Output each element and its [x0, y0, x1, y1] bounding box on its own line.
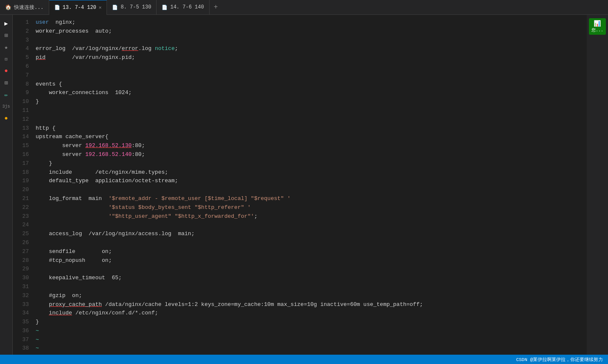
- code-line-12: [36, 115, 587, 124]
- code-line-32: #gzip on;: [36, 292, 587, 300]
- tab-active[interactable]: 📄 13. 7-4 120 ✕: [49, 0, 107, 15]
- code-line-23: '"$http_user_agent" "$http_x_forwarded_f…: [36, 212, 587, 221]
- code-line-13: http {: [36, 124, 587, 133]
- right-panel-button[interactable]: 📊 您...: [589, 18, 606, 35]
- code-line-30: keepalive_timeout 65;: [36, 274, 587, 283]
- editor-area: 1 2 3 4 5 6 7 8 9 10 11 12 13 14 15 16 1…: [13, 15, 587, 355]
- tab-file-icon-2: 📄: [112, 5, 118, 10]
- code-line-27: sendfile on;: [36, 247, 587, 256]
- tab-home[interactable]: 🏠 快速连接...: [0, 0, 49, 15]
- code-line-2: worker_processes auto;: [36, 27, 587, 36]
- code-line-5: pid /var/run/nginx.pid;: [36, 53, 587, 62]
- code-editor[interactable]: user nginx; worker_processes auto; error…: [34, 18, 587, 351]
- code-line-4: error_log /var/log/nginx/error.log notic…: [36, 44, 587, 53]
- code-line-6: [36, 62, 587, 71]
- code-line-24: [36, 221, 587, 230]
- code-line-33: proxy_cache_path /data/nginx/cache level…: [36, 300, 587, 309]
- code-line-18: include /etc/nginx/mime.types;: [36, 168, 587, 177]
- code-line-34: include /etc/nginx/conf.d/*.conf;: [36, 309, 587, 318]
- sidebar-icon-pencil[interactable]: ✏: [1, 89, 11, 100]
- bar-chart-icon: 📊: [591, 20, 603, 27]
- code-line-26: [36, 239, 587, 247]
- code-line-29: [36, 265, 587, 274]
- tab-2-label: 8. 7-5 130: [120, 4, 151, 10]
- sidebar-icon-circle2[interactable]: ●: [1, 113, 11, 123]
- tab-3-label: 14. 7-6 140: [170, 4, 204, 10]
- tab-bar: 🏠 快速连接... 📄 13. 7-4 120 ✕ 📄 8. 7-5 130 📄…: [0, 0, 608, 15]
- code-line-3: [36, 36, 587, 45]
- sidebar-icon-circle[interactable]: ●: [1, 66, 11, 76]
- sidebar-icon-grid2[interactable]: ⊞: [1, 78, 11, 88]
- code-line-22: '$status $body_bytes_sent "$http_referer…: [36, 203, 587, 212]
- code-line-37: ~: [36, 336, 587, 345]
- right-panel-label: 您...: [591, 28, 603, 33]
- code-line-21: log_format main '$remote_addr - $remote_…: [36, 195, 587, 203]
- code-line-20: [36, 186, 587, 195]
- sidebar-icon-table[interactable]: ⊟: [1, 54, 11, 64]
- code-line-9: worker_connections 1024;: [36, 89, 587, 97]
- code-line-16: server 192.168.52.140:80;: [36, 150, 587, 159]
- code-line-17: }: [36, 159, 587, 168]
- code-line-11: [36, 106, 587, 115]
- code-line-28: #tcp_nopush on;: [36, 256, 587, 265]
- code-line-8: events {: [36, 80, 587, 89]
- sidebar-icon-grid[interactable]: ⊞: [1, 30, 11, 40]
- tab-2[interactable]: 📄 8. 7-5 130: [107, 0, 157, 15]
- code-line-31: [36, 283, 587, 292]
- home-icon: 🏠: [5, 4, 11, 11]
- status-bar: CSDN @莱伊拉啊莱伊拉，你还要继续努力: [0, 355, 608, 364]
- code-line-19: default_type application/octet-stream;: [36, 177, 587, 186]
- tab-active-label: 13. 7-4 120: [63, 5, 96, 11]
- code-line-36: ~: [36, 327, 587, 336]
- tab-close-icon[interactable]: ✕: [99, 5, 102, 10]
- status-text: CSDN @莱伊拉啊莱伊拉，你还要继续努力: [516, 356, 603, 363]
- code-line-38: ~: [36, 344, 587, 353]
- code-line-25: access_log /var/log/nginx/access.log mai…: [36, 230, 587, 239]
- tab-add-button[interactable]: +: [210, 3, 222, 11]
- sidebar: ▶ ⊞ ★ ⊟ ● ⊞ ✏ 3js ●: [0, 15, 13, 355]
- main-content: ▶ ⊞ ★ ⊟ ● ⊞ ✏ 3js ● 1 2 3 4 5 6 7 8 9 10…: [0, 15, 608, 355]
- code-line-7: [36, 71, 587, 80]
- tab-file-icon-1: 📄: [54, 5, 60, 10]
- code-line-1: user nginx;: [36, 18, 587, 27]
- line-numbers: 1 2 3 4 5 6 7 8 9 10 11 12 13 14 15 16 1…: [13, 18, 34, 351]
- sidebar-icon-3js[interactable]: 3js: [1, 101, 11, 111]
- code-line-15: server 192.168.52.130:80;: [36, 142, 587, 150]
- editor-content[interactable]: 1 2 3 4 5 6 7 8 9 10 11 12 13 14 15 16 1…: [13, 15, 587, 355]
- code-line-35: }: [36, 318, 587, 327]
- tab-home-label: 快速连接...: [14, 4, 44, 11]
- sidebar-icon-arrow[interactable]: ▶: [1, 18, 11, 28]
- tab-file-icon-3: 📄: [162, 5, 168, 10]
- sidebar-icon-star[interactable]: ★: [1, 42, 11, 52]
- tab-3[interactable]: 📄 14. 7-6 140: [157, 0, 209, 15]
- code-line-14: upstream cache_server{: [36, 133, 587, 142]
- right-panel: 📊 您...: [587, 15, 608, 355]
- code-line-10: }: [36, 97, 587, 106]
